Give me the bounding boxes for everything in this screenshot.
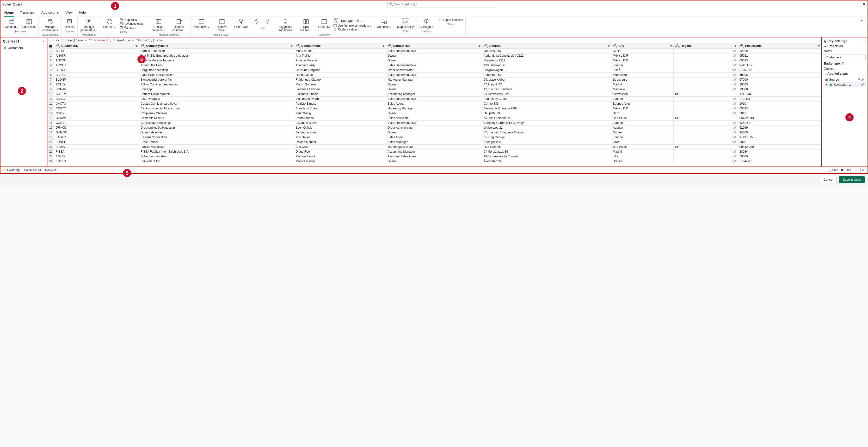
cell[interactable]: Madrid (611, 82, 673, 87)
cell[interactable]: Bottom-Dollar Markets (139, 92, 294, 97)
cell[interactable]: Sales Representative (386, 48, 482, 53)
row-number[interactable]: 7 (48, 77, 54, 82)
cell[interactable]: Rua Orós, 92 (482, 144, 612, 149)
cell[interactable]: Hauptstr. 29 (482, 111, 612, 116)
cell[interactable]: BERGS (54, 68, 139, 72)
row-number[interactable]: 5 (48, 68, 54, 72)
cell[interactable]: ALFKI (54, 48, 139, 53)
cell[interactable]: Bon app' (139, 87, 294, 92)
cell[interactable]: FISSA Fabrica Inter. Salchichas S.A. (139, 149, 294, 154)
column-header-contactname[interactable]: ABCContactName▾ (294, 43, 386, 48)
get-data-button[interactable]: Get data (3, 18, 20, 29)
cell[interactable]: C/ Araquil, 67 (482, 82, 612, 87)
ai-insights-button[interactable]: AI insights (418, 18, 434, 29)
row-number[interactable]: 8 (48, 82, 54, 87)
row-number[interactable]: 23 (48, 154, 54, 159)
cell[interactable]: Martín Sommer (294, 82, 386, 87)
cell[interactable]: México D.F. (611, 58, 673, 63)
cell[interactable]: Lille (611, 154, 673, 159)
tab-home[interactable]: Home (4, 9, 14, 16)
cell[interactable]: Patricio Simpson (294, 101, 386, 106)
cell[interactable]: Åkergatan 24 (482, 159, 612, 164)
cell[interactable]: 05442-030 (738, 144, 822, 149)
table-row[interactable]: 12CACTUCactus Comidas para llevarPatrici… (48, 101, 822, 106)
delete-step-icon[interactable]: ✕ (825, 83, 828, 87)
cell[interactable]: C/ Moralzarzal, 86 (482, 149, 612, 154)
cell[interactable]: FOLKO (54, 159, 139, 164)
cell[interactable]: Accounting Manager (386, 149, 482, 154)
tab-transform[interactable]: Transform (20, 9, 36, 16)
cell[interactable]: México D.F. (611, 53, 673, 58)
cell[interactable]: Elizabeth Brown (294, 121, 386, 125)
cell[interactable]: Mataderos 2312 (482, 58, 612, 63)
cell[interactable]: Centro comercial Moctezuma (139, 106, 294, 111)
cell[interactable]: null (674, 77, 738, 82)
cell[interactable]: Nantes (611, 130, 673, 135)
properties-button[interactable]: Properties (119, 18, 145, 22)
collapse-queries-icon[interactable]: ‹ (43, 39, 44, 43)
cell[interactable]: SP (674, 116, 738, 121)
cell[interactable]: Sven Ottlieb (294, 125, 386, 130)
cell[interactable]: ERNSH (54, 140, 139, 144)
cell[interactable]: B's Beverages (139, 97, 294, 101)
warning-text[interactable]: 1 warning (6, 168, 20, 172)
tab-add-column[interactable]: Add column (41, 9, 60, 16)
table-row[interactable]: 19EASTCEastern ConnectionAnn DevonSales … (48, 135, 822, 140)
cell[interactable]: 24, place Kléber (482, 77, 612, 82)
cell[interactable]: Owner (386, 82, 482, 87)
table-row[interactable]: 14CHOPSChop-suey ChineseYang WangOwnerHa… (48, 111, 822, 116)
cell[interactable]: Sales Representative (386, 121, 482, 125)
table-row[interactable]: 18DUMONDu monde entierJanine LabruneOwne… (48, 130, 822, 135)
cell[interactable]: null (674, 154, 738, 159)
row-number[interactable]: 24 (48, 159, 54, 164)
table-row[interactable]: 6BLAUSBlauer See DelikatessenHanna MoosS… (48, 72, 822, 77)
cell[interactable]: T2F 8M4 (738, 92, 822, 97)
filter-dropdown-icon[interactable]: ▾ (608, 44, 610, 48)
link-icon[interactable]: 🔗 (861, 83, 865, 86)
cell[interactable]: Owner (386, 87, 482, 92)
column-header-address[interactable]: ABCAddress▾ (482, 43, 612, 48)
cell[interactable]: Sao Paulo (611, 116, 673, 121)
cell[interactable]: Tsawassen (611, 92, 673, 97)
cell[interactable]: Bólido Comidas preparadas (139, 82, 294, 87)
cell[interactable]: Berglunds snabbköp (139, 68, 294, 72)
cell[interactable]: Av. dos Lusíadas, 23 (482, 116, 612, 121)
cell[interactable]: null (674, 121, 738, 125)
manage-parameters-button[interactable]: Manage parameters (79, 18, 99, 33)
cell[interactable]: Maria Anders (294, 48, 386, 53)
filter-dropdown-icon[interactable]: ▾ (136, 44, 137, 48)
cell[interactable]: London (611, 97, 673, 101)
cell[interactable]: CHOPS (54, 111, 139, 116)
sort-desc-button[interactable]: Z↓A (263, 18, 273, 26)
cell[interactable]: Cactus Comidas para llevar (139, 101, 294, 106)
table-row[interactable]: 22FISSAFISSA Fabrica Inter. Salchichas S… (48, 149, 822, 154)
advanced-editor-button[interactable]: Advanced editor (119, 22, 145, 26)
cell[interactable]: 12209 (738, 48, 822, 53)
cell[interactable]: Ana Trujillo (294, 53, 386, 58)
cell[interactable]: Hanna Moos (294, 72, 386, 77)
row-number[interactable]: 11 (48, 97, 54, 101)
table-row[interactable]: 13CENTCCentro comercial MoctezumaFrancis… (48, 106, 822, 111)
cell[interactable]: Alfreds Futterkiste (139, 48, 294, 53)
cell[interactable]: null (674, 135, 738, 140)
row-number[interactable]: 13 (48, 106, 54, 111)
cell[interactable]: Kirchgasse 6 (482, 140, 612, 144)
grid-view-button[interactable]: ▦ (846, 168, 851, 172)
search-input[interactable] (387, 1, 495, 7)
row-number[interactable]: 20 (48, 140, 54, 144)
cell[interactable]: WX3 6FW (738, 135, 822, 140)
cell[interactable]: Antonio Moreno (294, 58, 386, 63)
row-number[interactable]: 15 (48, 116, 54, 121)
row-number[interactable]: 3 (48, 58, 54, 63)
cell[interactable]: 05022 (738, 106, 822, 111)
cell[interactable]: null (674, 97, 738, 101)
cell[interactable]: 05432-043 (738, 116, 822, 121)
collapse-ribbon-button[interactable] (857, 18, 866, 37)
table-row[interactable]: 4AROUTAround the HornThomas HardySales R… (48, 63, 822, 68)
cell[interactable]: DUMON (54, 130, 139, 135)
cell[interactable]: 05023 (738, 58, 822, 63)
cell[interactable]: FISSA (54, 149, 139, 154)
cell[interactable]: Berkeley Gardens 12 Brewery (482, 121, 612, 125)
list-view-button[interactable]: ☰ (853, 168, 858, 172)
filter-dropdown-icon[interactable]: ▾ (383, 44, 384, 48)
